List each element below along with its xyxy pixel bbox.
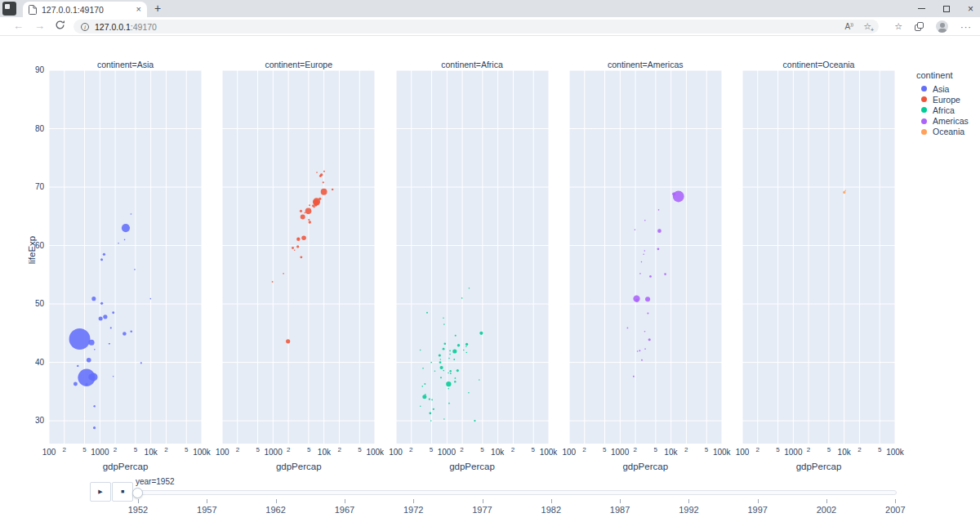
data-point [449,373,451,374]
play-button[interactable]: ▶ [90,482,111,502]
legend-label: Oceania [933,127,964,136]
legend-swatch [921,107,927,113]
data-point [431,399,433,400]
gridlines [742,70,895,444]
year-tick-label[interactable]: 1972 [397,505,430,515]
facet-title: continent=Americas [569,60,722,69]
year-tick-label[interactable]: 1952 [122,505,154,515]
data-point [294,249,296,251]
data-point [635,299,639,302]
legend-label: Europe [933,95,960,105]
data-point [134,269,136,270]
data-point [657,209,659,211]
year-slider-handle[interactable] [132,488,143,498]
data-point [74,382,78,386]
legend-label: Africa [933,105,955,115]
legend-item-asia[interactable]: Asia [921,83,949,94]
data-point [644,348,646,350]
data-point [439,361,441,364]
data-point [305,212,306,214]
data-point [122,332,127,336]
data-point [103,315,107,319]
stop-button[interactable]: ■ [112,482,133,502]
data-point [648,338,650,341]
data-point [419,405,421,407]
year-tick-label[interactable]: 1977 [466,505,499,515]
data-point [90,373,98,381]
x-axis-title: gdpPercap [569,462,722,471]
year-tick-label[interactable]: 1967 [328,505,361,515]
data-point [434,371,435,373]
year-tick-mark [345,499,345,503]
data-point [673,191,684,203]
data-point [430,420,431,422]
facet-plot-area[interactable] [569,70,722,444]
data-point [316,172,318,173]
data-point [449,354,451,355]
data-point [301,215,305,220]
data-point [478,379,479,381]
data-point [657,248,659,251]
x-axis-title: gdpPercap [49,462,202,471]
legend-item-africa[interactable]: Africa [921,105,955,115]
data-point [272,281,274,283]
data-point [439,359,441,360]
data-point [438,354,440,356]
data-point [454,377,456,379]
data-point [644,220,646,221]
year-tick-label[interactable]: 1962 [260,505,292,515]
year-tick-label[interactable]: 2002 [810,505,843,515]
data-point [449,370,451,372]
data-point [479,332,483,335]
data-point [466,346,467,347]
legend-swatch [921,86,927,91]
data-point [309,221,311,223]
data-point [448,373,449,374]
data-point [77,365,78,367]
data-point [286,339,290,343]
data-point [305,208,312,215]
facet-plot-area[interactable] [222,70,375,444]
data-point [449,350,451,351]
data-point [442,348,444,350]
data-point [844,190,846,192]
year-tick-label[interactable]: 1982 [535,505,568,515]
data-point [91,297,96,301]
browser-window: 127.0.0.1:49170 × + × ← → i 127.0.0.1:49… [0,0,980,531]
data-point [109,343,110,345]
legend-item-europe[interactable]: Europe [921,94,960,105]
legend-swatch [921,96,927,102]
data-point [443,324,445,325]
legend-item-americas[interactable]: Americas [921,116,969,127]
data-point [641,359,643,361]
facet-plot-area[interactable] [742,70,895,444]
year-tick-label[interactable]: 1992 [672,505,705,515]
legend-label: Americas [933,116,969,126]
year-tick-label[interactable]: 2007 [879,505,911,515]
data-point [649,275,652,278]
data-point [292,247,294,249]
data-point [103,253,105,256]
year-tick-label[interactable]: 1997 [742,505,774,515]
data-point [309,219,310,221]
data-point [468,392,470,394]
data-point [69,328,91,350]
facet-plot-area[interactable] [49,70,202,444]
data-point [454,335,456,337]
data-point [639,350,640,351]
year-slider-track[interactable] [136,490,897,495]
data-point [419,350,421,351]
data-point [94,349,96,350]
year-tick-label[interactable]: 1987 [604,505,636,515]
year-tick-label[interactable]: 1957 [190,505,223,515]
legend-swatch [921,118,927,124]
data-point [150,298,152,300]
data-point [643,253,644,255]
facet-plot-area[interactable] [396,70,549,444]
data-point [468,288,470,289]
data-point [664,273,666,275]
data-point [644,331,645,332]
legend-item-oceania[interactable]: Oceania [921,127,964,137]
data-point [112,311,114,314]
data-point [446,382,451,386]
